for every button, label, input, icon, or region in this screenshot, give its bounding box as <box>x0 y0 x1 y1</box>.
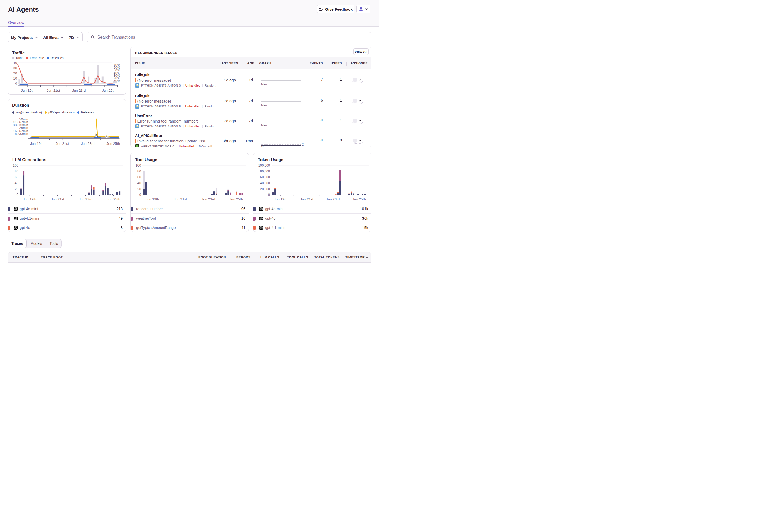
svg-text:Jun 23rd: Jun 23rd <box>81 142 95 146</box>
svg-text:Jun 21st: Jun 21st <box>56 142 69 146</box>
svg-text:Jun 19th: Jun 19th <box>23 197 37 201</box>
svg-text:0: 0 <box>268 193 270 196</box>
svg-text:Jun 25th: Jun 25th <box>107 142 120 146</box>
svg-text:40: 40 <box>13 61 17 65</box>
svg-text:Jun 25th: Jun 25th <box>107 197 121 201</box>
svg-text:100: 100 <box>136 164 141 167</box>
svg-text:40: 40 <box>137 181 141 185</box>
svg-text:Jun 19th: Jun 19th <box>274 197 287 201</box>
svg-text:New: New <box>261 83 267 86</box>
svg-text:10: 10 <box>13 77 17 80</box>
svg-text:Jun 23rd: Jun 23rd <box>72 89 86 92</box>
svg-text:Jun 19th: Jun 19th <box>146 197 159 201</box>
svg-text:Jun 19th: Jun 19th <box>30 142 44 146</box>
svg-text:Jun 25th: Jun 25th <box>352 197 366 201</box>
svg-text:80: 80 <box>137 170 141 173</box>
svg-text:100,000: 100,000 <box>258 164 270 167</box>
svg-text:40: 40 <box>15 181 18 185</box>
svg-text:Jun 21st: Jun 21st <box>51 197 64 201</box>
svg-text:New: New <box>261 124 267 127</box>
svg-text:Jun 25th: Jun 25th <box>102 89 116 92</box>
svg-text:0: 0 <box>15 82 17 86</box>
svg-text:40,000: 40,000 <box>260 181 270 185</box>
svg-text:60: 60 <box>15 175 18 179</box>
svg-text:20: 20 <box>15 187 18 191</box>
svg-text:30: 30 <box>13 66 17 70</box>
svg-text:80: 80 <box>15 170 18 173</box>
svg-text:New: New <box>261 104 267 107</box>
svg-text:0: 0 <box>139 193 141 196</box>
svg-text:Jun 23rd: Jun 23rd <box>326 197 340 201</box>
svg-text:70%: 70% <box>114 63 120 67</box>
svg-text:60,000: 60,000 <box>260 175 270 179</box>
svg-text:Jun 21st: Jun 21st <box>47 89 60 92</box>
svg-text:Jun 19th: Jun 19th <box>21 89 34 92</box>
svg-text:Jun 23rd: Jun 23rd <box>201 197 215 201</box>
svg-text:Jun 21st: Jun 21st <box>174 197 187 201</box>
svg-text:20,000: 20,000 <box>260 187 270 191</box>
svg-text:Ongoing: Ongoing <box>261 146 273 147</box>
svg-text:80,000: 80,000 <box>260 170 270 173</box>
svg-text:Jun 21st: Jun 21st <box>300 197 313 201</box>
svg-text:20: 20 <box>13 71 17 75</box>
svg-text:0: 0 <box>17 193 18 196</box>
svg-text:Jun 25th: Jun 25th <box>230 197 243 201</box>
svg-text:2: 2 <box>302 142 304 146</box>
svg-text:100: 100 <box>13 164 18 167</box>
svg-text:60: 60 <box>137 175 141 179</box>
svg-text:20: 20 <box>137 187 141 191</box>
svg-text:Jun 23rd: Jun 23rd <box>79 197 92 201</box>
svg-text:8.333min: 8.333min <box>15 132 28 136</box>
